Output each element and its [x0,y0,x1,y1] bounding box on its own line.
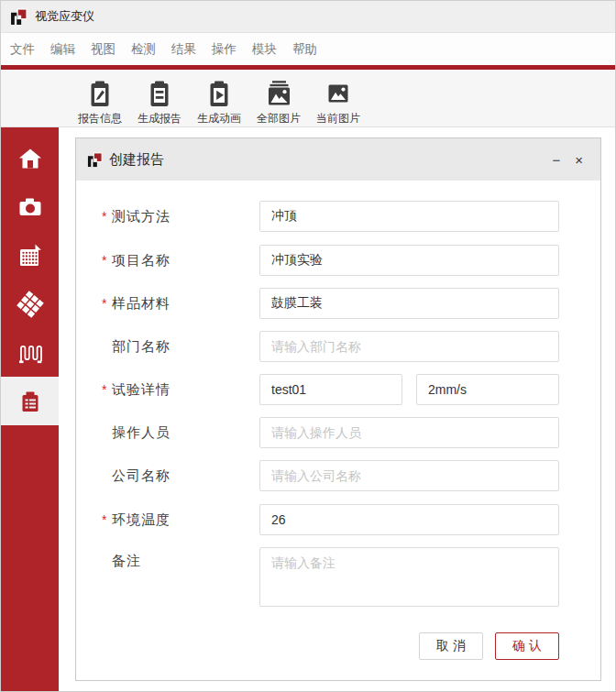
field-label-temperature: 环境温度 [112,504,170,535]
form-row-company: 公司名称 [76,460,600,491]
menu-operate[interactable]: 操作 [212,41,236,58]
create-report-dialog: 创建报告 − × * 测试方法 * 项目名称 * 样品材料 [75,137,601,681]
grid-dots-icon [16,242,44,269]
form-row-project-name: * 项目名称 [76,245,600,276]
remarks-textarea[interactable] [259,547,559,607]
minimize-button[interactable]: − [552,153,560,167]
operator-input[interactable] [259,417,559,448]
test-method-input[interactable] [259,201,559,232]
dialog-titlebar: 创建报告 − × [76,138,600,181]
generate-animation-icon [204,78,235,109]
sidebar-item-home[interactable] [1,134,59,182]
mesh-icon [16,291,44,318]
sidebar-item-camera[interactable] [1,182,59,231]
menu-view[interactable]: 视图 [91,41,116,58]
home-icon [16,145,44,172]
close-button[interactable]: × [575,153,583,167]
menu-detect[interactable]: 检测 [131,41,156,58]
report-info-button[interactable]: 报告信息 [73,70,126,127]
current-image-button[interactable]: 当前图片 [312,70,365,127]
app-logo-icon [10,8,28,26]
generate-animation-button[interactable]: 生成动画 [192,70,246,127]
tool-label: 生成动画 [197,111,241,126]
department-input[interactable] [259,331,559,362]
required-marker: * [102,382,106,397]
main-area: 创建报告 − × * 测试方法 * 项目名称 * 样品材料 [59,127,615,692]
field-label-department: 部门名称 [112,331,170,362]
field-label-company: 公司名称 [112,460,170,491]
all-images-button[interactable]: 全部图片 [252,70,305,127]
field-label-test-details: 试验详情 [112,374,170,405]
required-marker: * [102,209,106,224]
menu-file[interactable]: 文件 [10,41,35,58]
all-images-icon [263,78,294,109]
window-titlebar: 视觉应变仪 [1,1,615,33]
menu-help[interactable]: 帮助 [292,41,317,58]
form-row-remarks: 备注 [76,547,600,607]
sidebar-item-extensometer[interactable] [1,328,59,377]
tool-label: 当前图片 [316,111,360,126]
cancel-button[interactable]: 取 消 [419,632,483,660]
company-input[interactable] [259,460,559,491]
camera-icon [16,193,44,221]
generate-report-icon [144,78,175,109]
tool-label: 生成报告 [138,111,182,126]
field-label-test-method: 测试方法 [112,201,170,232]
temperature-input[interactable] [259,504,559,535]
test-detail-speed-input[interactable] [416,374,559,405]
form-row-department: 部门名称 [76,331,600,362]
project-name-input[interactable] [259,245,559,276]
app-window: 视觉应变仪 文件 编辑 视图 检测 结果 操作 模块 帮助 报告信息 [0,0,616,692]
coil-icon [16,339,44,367]
menu-result[interactable]: 结果 [171,41,196,58]
sidebar-item-calibration[interactable] [1,231,59,280]
form-row-temperature: * 环境温度 [76,504,600,535]
test-detail-name-input[interactable] [259,374,402,405]
sample-material-input[interactable] [259,288,559,319]
field-label-project-name: 项目名称 [112,245,170,276]
field-label-operator: 操作人员 [112,417,170,448]
menubar: 文件 编辑 视图 检测 结果 操作 模块 帮助 [1,33,615,65]
field-label-sample-material: 样品材料 [112,288,170,319]
window-title: 视觉应变仪 [35,8,94,25]
form-row-test-details: * 试验详情 [76,374,600,405]
current-image-icon [323,78,354,109]
sidebar-item-mesh[interactable] [1,280,59,328]
form-row-operator: 操作人员 [76,417,600,448]
menu-module[interactable]: 模块 [252,41,277,58]
generate-report-button[interactable]: 生成报告 [133,70,186,127]
sidebar [1,127,59,692]
form-row-sample-material: * 样品材料 [76,288,600,319]
form-row-test-method: * 测试方法 [76,201,600,232]
required-marker: * [102,253,106,268]
dialog-footer: 取 消 确 认 [76,632,600,660]
tool-label: 全部图片 [257,111,301,126]
field-label-remarks: 备注 [112,550,141,572]
required-marker: * [102,296,106,311]
toolbar: 报告信息 生成报告 生成动画 [1,70,615,127]
report-clipboard-icon [16,388,44,415]
required-marker: * [102,512,106,527]
menu-edit[interactable]: 编辑 [50,41,75,58]
report-info-icon [84,78,116,109]
tool-label: 报告信息 [78,111,122,126]
dialog-title: 创建报告 [109,151,537,169]
confirm-button[interactable]: 确 认 [495,632,559,660]
dialog-logo-icon [87,152,103,168]
sidebar-item-report[interactable] [1,377,59,425]
